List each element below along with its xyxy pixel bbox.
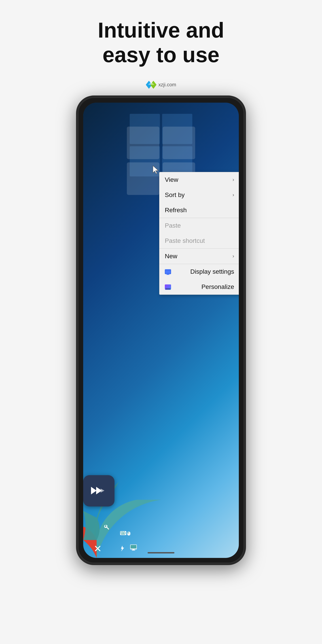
svg-rect-20 (121, 534, 125, 534)
menu-item-refresh[interactable]: Refresh (160, 202, 239, 218)
menu-item-paste[interactable]: Paste (160, 218, 239, 233)
new-arrow-icon: › (232, 253, 234, 259)
remote-desktop-icon (90, 484, 108, 497)
svg-rect-9 (167, 274, 169, 274)
menu-item-view[interactable]: View › (160, 172, 239, 188)
menu-item-display-settings[interactable]: Display settings (160, 264, 239, 279)
menu-item-paste-shortcut-label: Paste shortcut (165, 237, 205, 244)
svg-marker-7 (153, 166, 158, 174)
menu-item-sort-by-label: Sort by (165, 192, 185, 198)
watermark-logo-icon (146, 81, 156, 89)
svg-rect-18 (122, 533, 124, 533)
mouse-cursor (152, 165, 160, 174)
svg-rect-26 (132, 550, 134, 550)
menu-item-personalize[interactable]: Personalize (160, 279, 239, 294)
context-menu: View › Sort by › Refresh Paste (159, 172, 239, 295)
sort-by-arrow-icon: › (232, 192, 234, 198)
phone-screen: View › Sort by › Refresh Paste (83, 103, 239, 558)
menu-item-new-label: New (165, 253, 177, 260)
phone-wrapper: View › Sort by › Refresh Paste (76, 96, 246, 565)
svg-rect-25 (130, 545, 136, 548)
page-title: Intuitive and easy to use (71, 0, 251, 81)
menu-item-paste-shortcut[interactable]: Paste shortcut (160, 233, 239, 248)
menu-item-refresh-label: Refresh (165, 206, 187, 214)
watermark: xzji.com (146, 81, 176, 89)
svg-rect-8 (165, 270, 171, 274)
radial-menu (83, 455, 168, 558)
menu-item-display-settings-label: Display settings (190, 268, 234, 275)
svg-rect-10 (166, 274, 170, 275)
display-settings-icon (165, 269, 171, 274)
svg-rect-12 (166, 288, 170, 290)
phone-frame: View › Sort by › Refresh Paste (76, 96, 246, 565)
svg-rect-17 (120, 533, 122, 533)
svg-rect-4 (162, 126, 195, 159)
svg-rect-3 (127, 126, 159, 159)
remote-desktop-app-button[interactable] (83, 475, 114, 506)
svg-marker-32 (100, 488, 104, 492)
menu-item-personalize-label: Personalize (202, 283, 234, 290)
svg-rect-14 (120, 532, 122, 532)
menu-item-new[interactable]: New › (160, 249, 239, 264)
svg-rect-19 (125, 533, 126, 533)
svg-marker-30 (91, 487, 96, 494)
watermark-text: xzji.com (158, 82, 176, 88)
svg-rect-16 (124, 532, 125, 532)
menu-item-sort-by[interactable]: Sort by › (160, 188, 239, 202)
menu-item-view-label: View (165, 176, 178, 183)
phone-home-indicator (148, 552, 174, 554)
personalize-icon (165, 284, 171, 289)
svg-rect-15 (122, 532, 123, 532)
svg-rect-27 (132, 550, 135, 550)
view-arrow-icon: › (232, 177, 234, 183)
menu-item-paste-label: Paste (165, 222, 181, 229)
svg-point-23 (128, 532, 128, 533)
